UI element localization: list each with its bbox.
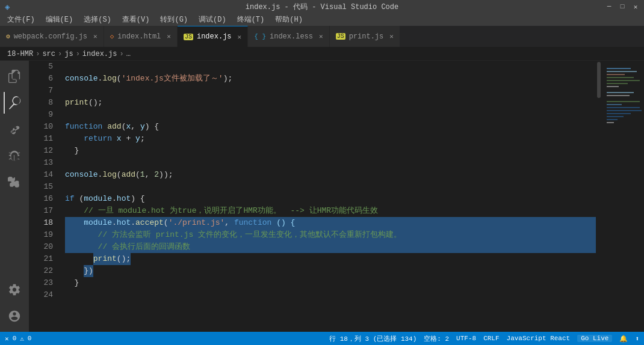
status-go-live[interactable]: Go Live xyxy=(577,335,612,342)
activity-explorer-icon[interactable] xyxy=(4,66,25,87)
activity-account-icon[interactable] xyxy=(4,305,25,327)
tab-print-js[interactable]: JS print.js ✕ xyxy=(330,26,400,47)
ln-5: 5 xyxy=(29,61,53,73)
code-line-12: } xyxy=(65,145,596,157)
code-line-15 xyxy=(65,181,596,193)
token: // 一旦 module.hot 为true，说明开启了HMR功能。 --> 让… xyxy=(65,205,378,217)
code-editor[interactable]: 5 6 7 8 9 10 11 12 13 14 15 16 17 18 19 … xyxy=(29,61,644,332)
token: add xyxy=(107,121,121,133)
code-line-10: function add(x, y) { xyxy=(65,121,596,133)
token: 1 xyxy=(140,169,145,181)
status-spaces[interactable]: 空格: 2 xyxy=(424,334,449,343)
svg-rect-14 xyxy=(607,113,631,114)
ln-10: 10 xyxy=(29,121,53,133)
warning-count: 0 xyxy=(28,335,32,342)
ln-15: 15 xyxy=(29,181,53,193)
scrollbar-thumb[interactable] xyxy=(597,62,601,98)
breadcrumb-part-3[interactable]: js xyxy=(64,50,73,58)
svg-rect-17 xyxy=(607,122,614,123)
breadcrumb-sep-3: › xyxy=(76,50,80,58)
tab-close-webpack[interactable]: ✕ xyxy=(93,32,98,40)
token: add xyxy=(122,169,135,181)
tab-close-printjs[interactable]: ✕ xyxy=(389,32,394,40)
token: log xyxy=(102,73,116,85)
activity-git-icon[interactable] xyxy=(4,118,25,140)
token: if xyxy=(65,193,75,205)
status-bar: ✕ 0 ⚠ 0 行 18，列 3 (已选择 134) 空格: 2 UTF-8 C… xyxy=(0,332,644,345)
menu-edit[interactable]: 编辑(E) xyxy=(41,13,78,26)
svg-rect-2 xyxy=(607,71,637,72)
tabs-bar: ⚙ webpack.config.js ✕ ◇ index.html ✕ JS … xyxy=(0,26,644,47)
svg-rect-7 xyxy=(607,86,619,87)
svg-rect-8 xyxy=(607,92,634,93)
menu-help[interactable]: 帮助(H) xyxy=(270,13,308,26)
status-line-ending[interactable]: CRLF xyxy=(483,335,499,342)
activity-extensions-icon[interactable] xyxy=(4,171,25,193)
code-line-18: module.hot.accept('./print.js', function… xyxy=(65,217,596,229)
svg-rect-9 xyxy=(607,95,630,96)
tab-label-html: index.html xyxy=(117,32,161,41)
token: ) { xyxy=(145,121,159,133)
breadcrumb-part-4[interactable]: index.js xyxy=(82,50,117,58)
tab-close-html[interactable]: ✕ xyxy=(167,32,171,40)
code-line-20: // 会执行后面的回调函数 xyxy=(65,241,596,253)
menu-file[interactable]: 文件(F) xyxy=(2,13,40,26)
svg-rect-3 xyxy=(607,74,625,75)
tab-index-less[interactable]: { } index.less ✕ xyxy=(248,26,329,47)
token: , xyxy=(131,121,140,133)
error-count: 0 xyxy=(13,335,17,342)
status-sync[interactable]: ⬆ xyxy=(635,335,639,343)
tab-webpack[interactable]: ⚙ webpack.config.js ✕ xyxy=(0,26,104,47)
token: console xyxy=(65,169,98,181)
title-bar: ◈ index.js - 代码 - Visual Studio Code ─ □… xyxy=(0,0,644,13)
error-indicators[interactable]: ✕ 0 ⚠ 0 xyxy=(5,335,31,343)
token: () { xyxy=(271,217,295,229)
breadcrumb-part-2[interactable]: src xyxy=(42,50,55,58)
maximize-button[interactable]: □ xyxy=(619,3,626,10)
token: ( xyxy=(122,121,126,133)
token-function: function xyxy=(65,121,102,133)
menu-terminal[interactable]: 终端(T) xyxy=(232,13,270,26)
status-notifications[interactable]: 🔔 xyxy=(619,335,628,343)
tab-icon-html: ◇ xyxy=(110,32,114,40)
token: , xyxy=(224,217,234,229)
vertical-scrollbar[interactable] xyxy=(596,61,602,332)
token: return xyxy=(84,133,112,145)
activity-settings-icon[interactable] xyxy=(4,279,25,301)
code-lines-container[interactable]: console.log('index.js文件被加载了～'); print();… xyxy=(59,61,596,332)
activity-debug-icon[interactable] xyxy=(4,145,25,166)
minimize-button[interactable]: ─ xyxy=(605,3,613,10)
tab-index-js[interactable]: JS index.js ✕ xyxy=(178,26,248,47)
svg-rect-12 xyxy=(607,107,640,108)
tab-label-printjs: print.js xyxy=(349,32,384,41)
code-line-14: console.log(add(1, 2)); xyxy=(65,169,596,181)
breadcrumb-part-1[interactable]: 18-HMR xyxy=(7,50,33,58)
breadcrumb-part-5[interactable]: … xyxy=(126,50,131,58)
tab-index-html[interactable]: ◇ index.html ✕ xyxy=(104,26,178,47)
tab-close-less[interactable]: ✕ xyxy=(319,32,323,40)
breadcrumb-sep-1: › xyxy=(36,50,40,58)
menu-select[interactable]: 选择(S) xyxy=(79,13,116,26)
tab-icon-less: { } xyxy=(254,33,266,40)
token: console xyxy=(65,73,98,85)
close-button[interactable]: ✕ xyxy=(632,3,639,10)
ln-6: 6 xyxy=(29,73,53,85)
status-language[interactable]: JavaScript React xyxy=(507,335,571,342)
tab-close-js[interactable]: ✕ xyxy=(238,33,242,41)
ln-8: 8 xyxy=(29,97,53,109)
code-line-16: if (module.hot) { xyxy=(65,193,596,205)
code-content: 5 6 7 8 9 10 11 12 13 14 15 16 17 18 19 … xyxy=(29,61,644,332)
menu-view[interactable]: 查看(V) xyxy=(117,13,155,26)
activity-search-icon[interactable] xyxy=(4,92,25,114)
token: ; xyxy=(140,133,145,145)
ln-13: 13 xyxy=(29,157,53,169)
token: ) { xyxy=(131,193,144,205)
menu-goto[interactable]: 转到(G) xyxy=(155,13,193,26)
status-encoding[interactable]: UTF-8 xyxy=(456,335,476,342)
menu-debug[interactable]: 调试(D) xyxy=(194,13,231,26)
code-line-7 xyxy=(65,85,596,97)
status-position[interactable]: 行 18，列 3 (已选择 134) xyxy=(329,334,416,343)
minimap-svg xyxy=(604,63,642,183)
tab-icon-printjs: JS xyxy=(336,33,345,40)
ln-21: 21 xyxy=(29,253,53,265)
